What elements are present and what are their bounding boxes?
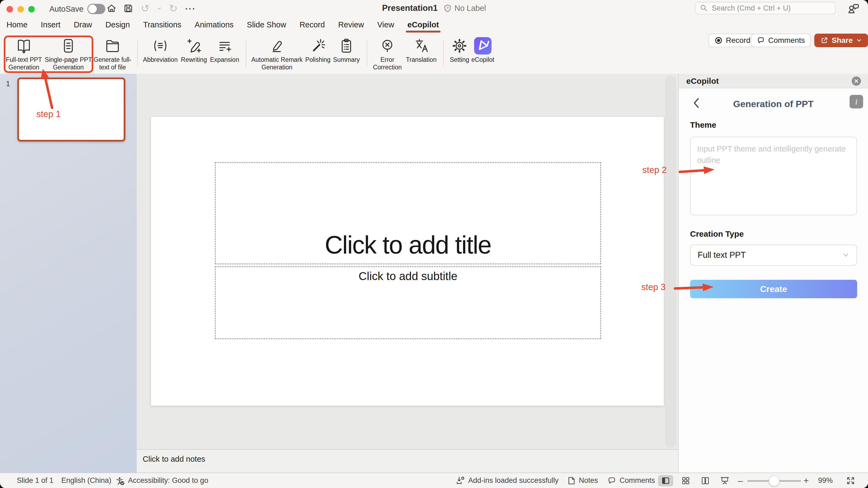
- tab-design[interactable]: Design: [105, 19, 130, 30]
- folder-icon: [104, 36, 121, 56]
- ribbon-separator: [443, 41, 444, 67]
- slide-canvas[interactable]: Click to add title Click to add subtitle: [151, 117, 664, 405]
- tab-draw[interactable]: Draw: [73, 19, 93, 30]
- step2-arrow: [679, 164, 715, 177]
- autosave-label: AutoSave: [50, 5, 84, 13]
- label-badge: No Label: [454, 4, 486, 13]
- zoom-window-button[interactable]: [28, 6, 35, 12]
- search-icon: [700, 4, 708, 12]
- tab-record[interactable]: Record: [299, 19, 326, 30]
- ribbon-button-expansion[interactable]: Expansion: [203, 36, 246, 63]
- language-status[interactable]: English (China): [61, 473, 112, 488]
- create-button[interactable]: Create: [690, 280, 857, 298]
- sensitivity-shield-icon: ?: [443, 4, 452, 12]
- traffic-lights: [6, 6, 35, 12]
- zoom-slider-knob[interactable]: [769, 476, 780, 486]
- minimize-window-button[interactable]: [18, 6, 24, 12]
- more-commands-icon[interactable]: ⋯: [185, 3, 195, 13]
- pen-sparkle-icon: [186, 36, 203, 56]
- tab-animations[interactable]: Animations: [194, 19, 234, 30]
- pencil-underline-icon: [269, 36, 285, 56]
- tab-insert[interactable]: Insert: [40, 19, 61, 30]
- comments-toggle[interactable]: Comments: [608, 473, 655, 488]
- accessibility-icon: [115, 476, 125, 486]
- comment-icon: [608, 476, 616, 485]
- normal-view-icon: [661, 476, 670, 485]
- accessibility-status[interactable]: Accessibility: Good to go: [115, 473, 208, 488]
- powerpoint-window: AutoSave ↺ ↻ ⋯ Presentation1 ? No Label: [0, 0, 868, 488]
- fullscreen-button[interactable]: [846, 473, 856, 488]
- slide-number: 1: [6, 80, 10, 88]
- slideshow-icon: [720, 476, 730, 485]
- redo-icon[interactable]: ↻: [168, 3, 179, 13]
- slide-sorter-view-button[interactable]: [678, 475, 693, 486]
- tab-review[interactable]: Review: [338, 19, 365, 30]
- ribbon-button-translation[interactable]: Translation: [400, 36, 443, 63]
- slide-thumbnail[interactable]: [18, 77, 125, 141]
- tab-view[interactable]: View: [377, 19, 395, 30]
- menu-bar: Home Insert Draw Design Transitions Anim…: [0, 16, 868, 33]
- magic-wand-icon: [310, 36, 326, 56]
- tab-ecopilot[interactable]: eCopilot: [407, 19, 439, 30]
- save-icon[interactable]: [123, 3, 133, 13]
- select-chevron-down-icon: [842, 251, 849, 259]
- editor-scrollbar[interactable]: [665, 76, 676, 447]
- open-book-icon: [16, 36, 32, 56]
- grid-view-icon: [681, 476, 690, 485]
- step1-annotation: step 1: [36, 109, 61, 119]
- clipboard-list-icon: [338, 36, 355, 56]
- abbreviation-icon: [152, 36, 169, 56]
- lines-plus-icon: [216, 36, 233, 56]
- reading-view-button[interactable]: [698, 475, 713, 486]
- slideshow-view-button[interactable]: [717, 475, 733, 486]
- document-lines-icon: [60, 36, 77, 56]
- ecopilot-panel: eCopilot Generation of PPT i Theme Creat…: [678, 74, 868, 473]
- slide-count-status[interactable]: Slide 1 of 1: [17, 473, 54, 488]
- title-placeholder[interactable]: Click to add title: [215, 162, 601, 264]
- creation-type-select[interactable]: Full text PPT: [690, 245, 857, 266]
- close-window-button[interactable]: [6, 6, 13, 12]
- addins-status[interactable]: Add-ins loaded successfully: [456, 473, 558, 488]
- ribbon-button-ecopilot[interactable]: eCopilot: [467, 36, 499, 63]
- x-circle-icon: [379, 36, 396, 56]
- ribbon: Full-text PPT Generation Single-page PPT…: [0, 33, 868, 74]
- tab-slide-show[interactable]: Slide Show: [246, 19, 287, 30]
- gear-icon: [451, 36, 468, 56]
- slide-thumbnail-panel: 1: [0, 74, 137, 473]
- theme-label: Theme: [690, 120, 716, 130]
- status-bar: Slide 1 of 1 English (China) Accessibili…: [0, 473, 868, 488]
- undo-chevron-icon[interactable]: [157, 3, 162, 13]
- search-input[interactable]: Search (Cmd + Ctrl + U): [695, 2, 835, 14]
- creation-type-label: Creation Type: [690, 229, 744, 238]
- step3-annotation: step 3: [641, 282, 665, 292]
- info-icon[interactable]: i: [849, 95, 863, 108]
- normal-view-button[interactable]: [658, 475, 673, 486]
- slide-editor: Click to add title Click to add subtitle…: [137, 74, 678, 473]
- ribbon-button-single-page-ppt-generation[interactable]: Single-page PPT Generation: [44, 36, 92, 71]
- zoom-level[interactable]: 99%: [818, 473, 833, 488]
- subtitle-placeholder[interactable]: Click to add subtitle: [215, 266, 601, 339]
- home-icon[interactable]: [106, 3, 117, 13]
- presence-chat-icon[interactable]: [847, 3, 859, 14]
- autosave-toggle[interactable]: [87, 4, 105, 14]
- step1-arrow: [38, 68, 60, 109]
- ribbon-button-generate-full-text-of-file[interactable]: Generate full-text of file: [89, 36, 136, 71]
- ecopilot-logo-icon: [474, 36, 492, 56]
- expand-icon: [846, 476, 856, 486]
- document-title: Presentation1: [382, 3, 437, 13]
- search-placeholder: Search (Cmd + Ctrl + U): [712, 4, 791, 12]
- panel-close-icon[interactable]: [852, 76, 861, 86]
- undo-icon[interactable]: ↺: [140, 3, 150, 13]
- tab-transitions[interactable]: Transitions: [143, 19, 182, 30]
- tab-home[interactable]: Home: [6, 19, 28, 30]
- step2-annotation: step 2: [642, 165, 667, 175]
- notes-toggle[interactable]: Notes: [567, 473, 598, 488]
- notes-pane[interactable]: Click to add notes: [137, 449, 678, 473]
- zoom-in-button[interactable]: +: [803, 473, 809, 488]
- ribbon-button-summary[interactable]: Summary: [328, 36, 365, 63]
- step3-arrow: [674, 282, 714, 294]
- zoom-out-button[interactable]: –: [738, 473, 743, 488]
- translate-icon: [413, 36, 430, 56]
- panel-page-title: Generation of PPT: [679, 99, 868, 109]
- title-bar: AutoSave ↺ ↻ ⋯ Presentation1 ? No Label: [0, 0, 868, 16]
